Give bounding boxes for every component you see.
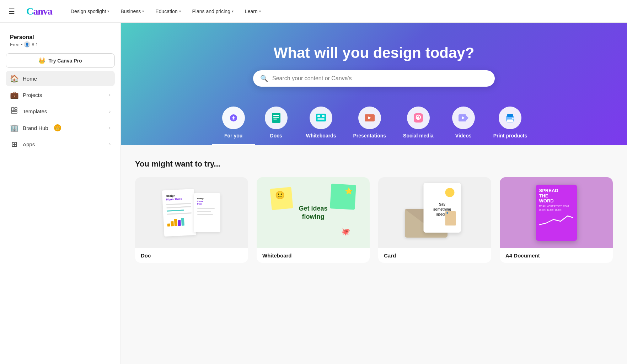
user-name: Personal <box>10 34 111 40</box>
svg-rect-10 <box>316 114 326 121</box>
sidebar-item-projects[interactable]: 💼 Projects › <box>6 87 115 103</box>
nav-education[interactable]: Education ▾ <box>151 6 185 17</box>
search-input[interactable] <box>272 75 488 82</box>
nav-business[interactable]: Business ▾ <box>116 6 148 17</box>
chevron-right-icon: › <box>109 109 111 114</box>
category-docs[interactable]: Docs <box>255 101 298 145</box>
crown-icon: 👑 <box>38 57 45 64</box>
a4-card-label: A4 Document <box>500 248 613 263</box>
card-card-label: Card <box>378 248 491 263</box>
pro-badge: 👑 <box>54 124 61 131</box>
chevron-right-icon: › <box>109 92 111 97</box>
doc-card-thumb: DesignVisual Docs <box>135 177 248 248</box>
main-content: What will you design today? 🔍 <box>121 23 627 364</box>
sidebar: Personal Free • 👤 8 1 👑 Try Canva Pro 🏠 … <box>0 23 121 364</box>
whiteboards-circle <box>310 107 332 129</box>
social-media-label: Social media <box>403 133 434 138</box>
projects-icon: 💼 <box>10 91 18 99</box>
sidebar-item-apps[interactable]: ⊞ Apps › <box>6 136 115 152</box>
sidebar-item-home[interactable]: 🏠 Home <box>6 71 115 86</box>
svg-rect-12 <box>322 115 325 117</box>
chevron-down-icon: ▾ <box>107 9 109 13</box>
svg-rect-7 <box>273 115 279 116</box>
sidebar-item-templates[interactable]: Templates › <box>6 103 115 119</box>
chevron-right-icon: › <box>109 125 111 130</box>
category-print-products[interactable]: Print products <box>485 101 536 145</box>
presentations-circle <box>358 107 381 129</box>
videos-circle <box>452 107 475 129</box>
docs-label: Docs <box>270 133 282 138</box>
svg-rect-9 <box>273 119 277 120</box>
a4-document-card[interactable]: SPREADTHEWORD REALLYGREATSITE.COM 10,006… <box>500 177 613 263</box>
nav-learn[interactable]: Learn ▾ <box>241 6 265 17</box>
templates-icon <box>10 107 18 116</box>
category-for-you[interactable]: For you <box>212 101 255 145</box>
brand-hub-icon: 🏢 <box>10 124 18 132</box>
cards-grid: DesignVisual Docs <box>135 177 613 263</box>
svg-rect-13 <box>317 118 325 120</box>
search-icon: 🔍 <box>260 75 268 82</box>
svg-point-26 <box>512 118 514 119</box>
doc-card-label: Doc <box>135 248 248 263</box>
whiteboards-label: Whiteboards <box>306 133 336 138</box>
svg-rect-3 <box>15 110 17 111</box>
card-card-thumb: Saysomethingspecial 👤 <box>378 177 491 248</box>
svg-rect-6 <box>272 113 280 123</box>
content-area: You might want to try... DesignVisual Do… <box>121 145 627 277</box>
hero-title: What will you design today? <box>135 44 613 62</box>
category-nav: For you Docs <box>135 101 613 145</box>
videos-label: Videos <box>455 133 472 138</box>
chevron-down-icon: ▾ <box>142 9 144 13</box>
svg-rect-11 <box>317 115 320 117</box>
main-layout: Personal Free • 👤 8 1 👑 Try Canva Pro 🏠 … <box>0 23 627 364</box>
greeting-card-card[interactable]: Saysomethingspecial 👤 Card <box>378 177 491 263</box>
user-plan: Free • 👤 8 1 <box>10 41 111 48</box>
top-navigation: ☰ Canva Design spotlight ▾ Business ▾ Ed… <box>0 0 627 23</box>
docs-circle <box>265 107 288 129</box>
avatar: 👤 <box>24 41 30 48</box>
chevron-right-icon: › <box>109 142 111 147</box>
category-whiteboards[interactable]: Whiteboards <box>298 101 345 145</box>
svg-rect-24 <box>507 114 513 117</box>
social-media-circle <box>407 107 430 129</box>
svg-marker-21 <box>466 116 468 120</box>
print-products-label: Print products <box>493 133 527 138</box>
apps-icon: ⊞ <box>10 140 18 148</box>
canva-logo[interactable]: Canva <box>26 6 52 17</box>
a4-card-thumb: SPREADTHEWORD REALLYGREATSITE.COM 10,006… <box>500 177 613 248</box>
nav-plans[interactable]: Plans and pricing ▾ <box>188 6 238 17</box>
svg-rect-0 <box>11 108 14 111</box>
svg-rect-8 <box>273 117 279 118</box>
svg-rect-2 <box>11 112 17 113</box>
presentations-label: Presentations <box>353 133 386 138</box>
category-presentations[interactable]: Presentations <box>344 101 395 145</box>
nav-links: Design spotlight ▾ Business ▾ Education … <box>66 6 265 17</box>
for-you-label: For you <box>224 133 242 138</box>
whiteboard-card[interactable]: 🙂 ⭐ Get ideasflowing 🐙 Whiteboard <box>257 177 370 263</box>
print-products-circle <box>499 107 521 129</box>
for-you-circle <box>222 107 245 129</box>
chevron-down-icon: ▾ <box>259 9 261 13</box>
home-icon: 🏠 <box>10 74 18 83</box>
whiteboard-card-thumb: 🙂 ⭐ Get ideasflowing 🐙 <box>257 177 370 248</box>
svg-rect-1 <box>15 108 17 109</box>
nav-design-spotlight[interactable]: Design spotlight ▾ <box>66 6 114 17</box>
user-section: Personal Free • 👤 8 1 <box>6 31 115 53</box>
whiteboard-card-label: Whiteboard <box>257 248 370 263</box>
search-bar[interactable]: 🔍 <box>253 70 495 87</box>
try-canva-pro-button[interactable]: 👑 Try Canva Pro <box>6 53 115 68</box>
chevron-down-icon: ▾ <box>232 9 234 13</box>
doc-card[interactable]: DesignVisual Docs <box>135 177 248 263</box>
hero-section: What will you design today? 🔍 <box>121 23 627 145</box>
sidebar-item-brand-hub[interactable]: 🏢 Brand Hub 👑 › <box>6 120 115 136</box>
section-title: You might want to try... <box>135 159 613 169</box>
svg-rect-25 <box>507 119 513 122</box>
chevron-down-icon: ▾ <box>179 9 181 13</box>
hamburger-menu[interactable]: ☰ <box>9 7 15 16</box>
category-social-media[interactable]: Social media <box>395 101 442 145</box>
category-videos[interactable]: Videos <box>442 101 485 145</box>
